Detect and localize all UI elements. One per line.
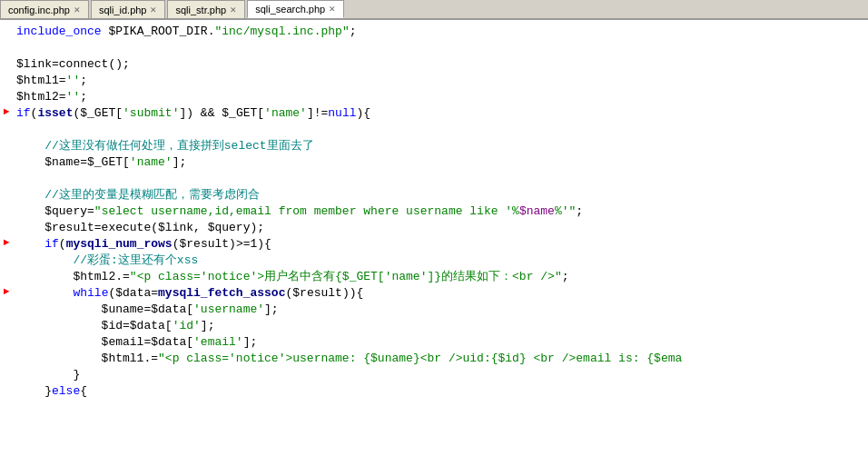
line-gutter-16: [0, 269, 13, 270]
tab-sqli-id-close[interactable]: ✕: [150, 5, 157, 15]
line-content-8: //这里没有做任何处理，直接拼到select里面去了: [13, 138, 868, 154]
line-gutter-15: [0, 253, 13, 253]
code-line-5: $html2='';: [0, 89, 868, 105]
line-gutter-1: [0, 24, 13, 25]
code-line-22: }: [0, 367, 868, 383]
tab-sqli-id-label: sqli_id.php: [99, 5, 147, 15]
code-line-17: ► while($data=mysqli_fetch_assoc($result…: [0, 285, 868, 302]
line-content-19: $id=$data['id'];: [13, 318, 868, 334]
code-line-14: ► if(mysqli_num_rows($result)>=1){: [0, 236, 868, 253]
code-line-10: [0, 171, 868, 187]
line-gutter-18: [0, 302, 13, 302]
line-content-15: //彩蛋:这里还有个xss: [13, 253, 868, 269]
line-gutter-23: [0, 383, 13, 384]
line-content-23: }else{: [13, 383, 868, 400]
line-gutter-4: [0, 73, 13, 74]
line-content-11: //这里的变量是模糊匹配，需要考虑闭合: [13, 187, 868, 203]
line-gutter-2: [0, 40, 13, 41]
line-gutter-5: [0, 89, 13, 90]
line-content-22: }: [13, 367, 868, 383]
line-gutter-14: ►: [0, 236, 13, 248]
line-content-17: while($data=mysqli_fetch_assoc($result))…: [13, 285, 868, 302]
line-content-21: $html1.="<p class='notice'>username: {$u…: [13, 351, 868, 367]
code-line-9: $name=$_GET['name'];: [0, 154, 868, 171]
tab-config[interactable]: config.inc.php ✕: [0, 0, 89, 18]
line-content-12: $query="select username,id,email from me…: [13, 203, 868, 220]
tab-sqli-str-label: sqli_str.php: [175, 5, 226, 15]
line-content-4: $html1='';: [13, 73, 868, 89]
line-gutter-9: [0, 154, 13, 155]
code-area: include_once $PIKA_ROOT_DIR."inc/mysql.i…: [0, 20, 868, 456]
code-line-4: $html1='';: [0, 73, 868, 89]
code-line-13: $result=execute($link, $query);: [0, 220, 868, 236]
line-content-14: if(mysqli_num_rows($result)>=1){: [13, 236, 868, 253]
line-content-20: $email=$data['email'];: [13, 334, 868, 351]
line-gutter-8: [0, 138, 13, 139]
line-content-10: [13, 171, 868, 187]
code-line-15: //彩蛋:这里还有个xss: [0, 253, 868, 269]
line-content-9: $name=$_GET['name'];: [13, 154, 868, 171]
code-line-12: $query="select username,id,email from me…: [0, 203, 868, 220]
line-content-18: $uname=$data['username'];: [13, 302, 868, 318]
code-line-7: [0, 122, 868, 138]
line-gutter-10: [0, 171, 13, 172]
line-content-3: $link=connect();: [13, 56, 868, 73]
line-gutter-21: [0, 351, 13, 352]
code-line-23: }else{: [0, 383, 868, 400]
tab-sqli-search-close[interactable]: ✕: [329, 5, 336, 14]
code-line-3: $link=connect();: [0, 56, 868, 73]
code-line-19: $id=$data['id'];: [0, 318, 868, 334]
tab-sqli-id[interactable]: sqli_id.php ✕: [91, 0, 166, 18]
line-gutter-13: [0, 220, 13, 221]
code-line-1: include_once $PIKA_ROOT_DIR."inc/mysql.i…: [0, 24, 868, 40]
line-content-16: $html2.="<p class='notice'>用户名中含有{$_GET[…: [13, 269, 868, 285]
code-line-2: [0, 40, 868, 56]
tab-sqli-search-label: sqli_search.php: [255, 4, 325, 15]
line-gutter-22: [0, 367, 13, 368]
line-gutter-7: [0, 122, 13, 123]
code-line-6: ► if(isset($_GET['submit']) && $_GET['na…: [0, 105, 868, 122]
line-content-5: $html2='';: [13, 89, 868, 105]
code-line-21: $html1.="<p class='notice'>username: {$u…: [0, 351, 868, 367]
line-gutter-3: [0, 56, 13, 57]
line-gutter-17: ►: [0, 285, 13, 297]
line-gutter-20: [0, 334, 13, 335]
tab-sqli-str[interactable]: sqli_str.php ✕: [167, 0, 245, 18]
code-line-8: //这里没有做任何处理，直接拼到select里面去了: [0, 138, 868, 154]
line-content-7: [13, 122, 868, 138]
tab-sqli-search[interactable]: sqli_search.php ✕: [247, 0, 344, 18]
code-line-11: //这里的变量是模糊匹配，需要考虑闭合: [0, 187, 868, 203]
line-gutter-12: [0, 203, 13, 204]
line-content-2: [13, 40, 868, 56]
line-gutter-11: [0, 187, 13, 188]
tab-sqli-str-close[interactable]: ✕: [230, 5, 237, 15]
line-gutter-19: [0, 318, 13, 319]
code-line-20: $email=$data['email'];: [0, 334, 868, 351]
tab-bar: config.inc.php ✕ sqli_id.php ✕ sqli_str.…: [0, 0, 868, 20]
code-line-16: $html2.="<p class='notice'>用户名中含有{$_GET[…: [0, 269, 868, 285]
code-line-18: $uname=$data['username'];: [0, 302, 868, 318]
line-content-6: if(isset($_GET['submit']) && $_GET['name…: [13, 105, 868, 122]
line-content-1: include_once $PIKA_ROOT_DIR."inc/mysql.i…: [13, 24, 868, 40]
tab-config-close[interactable]: ✕: [74, 5, 81, 15]
line-content-13: $result=execute($link, $query);: [13, 220, 868, 236]
line-gutter-6: ►: [0, 105, 13, 117]
tab-config-label: config.inc.php: [8, 5, 70, 15]
